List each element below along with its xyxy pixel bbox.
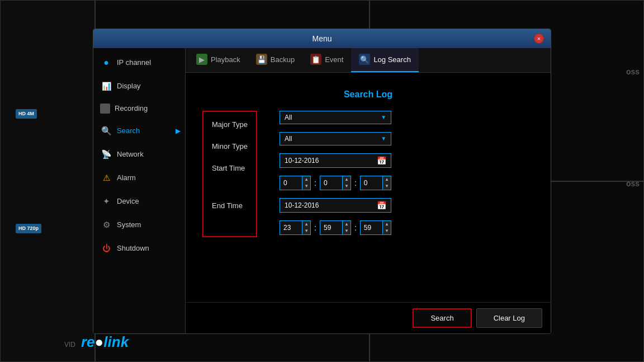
shutdown-icon: ⏻: [100, 242, 112, 255]
start-hour-value: 0: [280, 179, 302, 187]
playback-tab-icon: ▶: [196, 54, 207, 65]
major-type-row: All ▼: [280, 111, 391, 124]
start-sec-up[interactable]: ▲: [382, 176, 391, 183]
tabs-bar: ▶ Playback 💾 Backup 📋 Event 🔍 Log Search: [186, 48, 551, 73]
sidebar-label-ip-channel: IP channel: [117, 58, 151, 67]
modal-title: Menu: [110, 34, 534, 43]
end-cal-icon: 📅: [377, 201, 386, 210]
end-date-input[interactable]: 10-12-2016 📅: [280, 198, 391, 213]
end-min-spinner[interactable]: 59 ▲ ▼: [320, 220, 351, 235]
modal-close-button[interactable]: ×: [534, 34, 544, 44]
end-min-up[interactable]: ▲: [342, 221, 351, 228]
start-min-value: 0: [320, 179, 342, 187]
major-type-value: All: [285, 114, 292, 121]
start-hour-down[interactable]: ▼: [302, 183, 310, 190]
tab-label-log-search: Log Search: [373, 55, 411, 64]
sidebar-item-recording[interactable]: Recording: [93, 98, 185, 119]
sidebar-item-network[interactable]: 📡 Network: [93, 143, 185, 166]
search-sidebar-icon: 🔍: [100, 125, 112, 137]
recording-icon: [100, 104, 110, 114]
sidebar-item-display[interactable]: 📊 Display: [93, 74, 185, 98]
modal-body: ● IP channel 📊 Display Recording 🔍 Searc…: [93, 48, 551, 333]
tab-label-backup: Backup: [271, 55, 295, 64]
minor-type-label: Minor Type: [212, 142, 248, 151]
start-hour-spinner[interactable]: 0 ▲ ▼: [280, 176, 311, 190]
end-hour-arrows: ▲ ▼: [302, 221, 310, 234]
start-date-row: 10-12-2016 📅: [280, 153, 391, 168]
device-icon: ✦: [100, 195, 112, 208]
sidebar-item-device[interactable]: ✦ Device: [93, 190, 185, 213]
start-date-value: 10-12-2016: [285, 157, 319, 164]
sidebar-label-display: Display: [117, 82, 141, 90]
tab-event[interactable]: 📋 Event: [302, 48, 351, 72]
end-min-arrows: ▲ ▼: [342, 221, 351, 234]
tab-playback[interactable]: ▶ Playback: [188, 48, 248, 72]
modal-footer: Search Clear Log: [186, 302, 551, 333]
sidebar-label-recording: Recording: [115, 104, 148, 112]
major-type-dropdown[interactable]: All ▼: [280, 111, 391, 124]
end-sec-arrows: ▲ ▼: [382, 221, 391, 234]
modal-overlay: Menu × ● IP channel 📊 Display Recording: [0, 0, 644, 362]
start-min-up[interactable]: ▲: [342, 176, 351, 183]
search-log-title: Search Log: [202, 84, 534, 102]
event-tab-icon: 📋: [310, 54, 321, 65]
minor-type-arrow: ▼: [381, 135, 386, 142]
end-time-label: End Time: [212, 201, 248, 210]
sidebar-label-alarm: Alarm: [117, 173, 136, 182]
sidebar-item-shutdown[interactable]: ⏻ Shutdown: [93, 237, 185, 260]
search-button[interactable]: Search: [413, 308, 471, 328]
end-sec-down[interactable]: ▼: [382, 228, 391, 234]
sidebar-label-network: Network: [117, 150, 144, 158]
end-hour-up[interactable]: ▲: [302, 221, 310, 228]
start-sec-arrows: ▲ ▼: [382, 176, 391, 190]
modal-titlebar: Menu ×: [93, 29, 551, 48]
end-hour-down[interactable]: ▼: [302, 228, 310, 234]
end-date-value: 10-12-2016: [285, 201, 319, 209]
end-sec-value: 59: [361, 224, 382, 232]
minor-type-row: All ▼: [280, 132, 391, 145]
sidebar-item-ip-channel[interactable]: ● IP channel: [93, 51, 185, 74]
minor-type-value: All: [285, 135, 292, 143]
major-type-arrow: ▼: [381, 114, 386, 120]
start-min-spinner[interactable]: 0 ▲ ▼: [320, 176, 351, 190]
form-inputs-column: All ▼ All ▼: [280, 111, 391, 243]
system-icon: ⚙: [100, 219, 112, 231]
tab-log-search[interactable]: 🔍 Log Search: [351, 48, 419, 72]
log-search-form: Search Log Major Type Minor Type: [186, 73, 551, 302]
alarm-icon: ⚠: [100, 172, 112, 184]
sidebar-item-system[interactable]: ⚙ System: [93, 213, 185, 237]
start-hour-arrows: ▲ ▼: [302, 176, 310, 190]
backup-tab-icon: 💾: [256, 54, 267, 65]
end-min-down[interactable]: ▼: [342, 228, 351, 234]
end-min-value: 59: [320, 224, 342, 232]
start-min-down[interactable]: ▼: [342, 183, 351, 190]
start-sec-down[interactable]: ▼: [382, 183, 391, 190]
time-sep-1: :: [314, 178, 316, 187]
sidebar-label-device: Device: [117, 197, 139, 205]
sidebar-item-alarm[interactable]: ⚠ Alarm: [93, 166, 185, 190]
log-search-tab-icon: 🔍: [359, 54, 370, 65]
menu-modal: Menu × ● IP channel 📊 Display Recording: [93, 29, 551, 334]
start-sec-spinner[interactable]: 0 ▲ ▼: [360, 176, 391, 190]
minor-type-dropdown[interactable]: All ▼: [280, 132, 391, 145]
time-sep-4: :: [354, 223, 357, 232]
start-date-input[interactable]: 10-12-2016 📅: [280, 153, 391, 168]
tab-label-event: Event: [325, 55, 343, 64]
end-sec-spinner[interactable]: 59 ▲ ▼: [360, 220, 391, 235]
start-time-label: Start Time: [212, 164, 248, 172]
start-cal-icon: 📅: [377, 156, 386, 165]
sidebar-label-search: Search: [117, 126, 140, 135]
tab-backup[interactable]: 💾 Backup: [248, 48, 302, 72]
end-hour-spinner[interactable]: 23 ▲ ▼: [280, 220, 311, 235]
start-hour-up[interactable]: ▲: [302, 176, 310, 183]
sidebar-item-search[interactable]: 🔍 Search ▶: [93, 119, 185, 143]
end-sec-up[interactable]: ▲: [382, 221, 391, 228]
network-icon: 📡: [100, 148, 112, 161]
sidebar-arrow-search: ▶: [176, 127, 181, 135]
clear-log-button[interactable]: Clear Log: [476, 308, 542, 328]
tab-label-playback: Playback: [211, 55, 240, 64]
time-sep-2: :: [354, 178, 357, 187]
ip-channel-icon: ●: [100, 57, 112, 69]
start-sec-value: 0: [361, 179, 382, 187]
start-time-row: 0 ▲ ▼ : 0 ▲: [280, 176, 391, 190]
